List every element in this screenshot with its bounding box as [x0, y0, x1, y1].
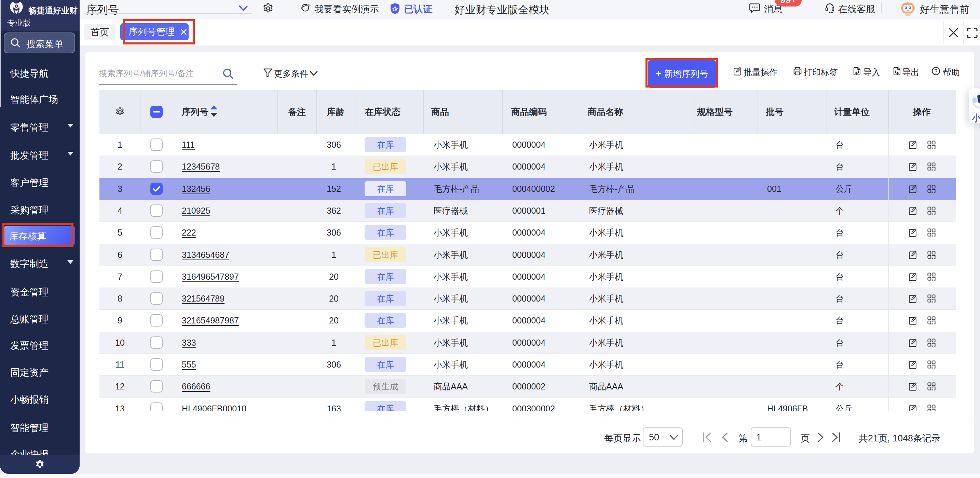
- svg-text:企: 企: [392, 6, 398, 12]
